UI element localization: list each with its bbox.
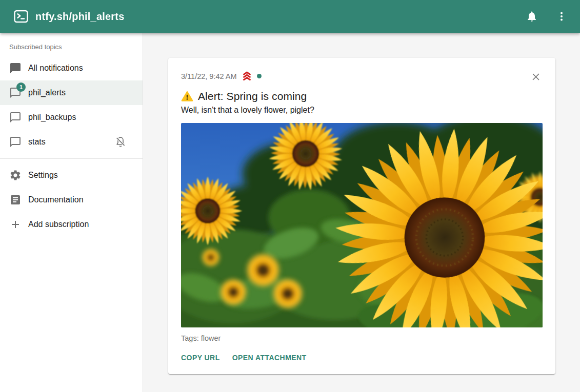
notification-tags: Tags: flower — [181, 334, 543, 342]
sidebar-item-stats[interactable]: stats — [0, 130, 143, 154]
chat-bubble-filled-icon — [9, 62, 22, 74]
sidebar-item-label: All notifications — [28, 64, 83, 73]
notification-timestamp: 3/11/22, 9:42 AM — [181, 72, 237, 80]
sidebar-item-label: phil_alerts — [28, 88, 66, 97]
sidebar-item-phil-alerts[interactable]: 1 phil_alerts — [0, 80, 143, 105]
topic-list: All notifications 1 phil_alerts phil_bac… — [0, 56, 143, 154]
sidebar-item-documentation[interactable]: Documentation — [0, 188, 143, 212]
priority-max-icon — [242, 71, 252, 81]
article-icon — [9, 194, 22, 206]
subscribed-topics-label: Subscribed topics — [0, 35, 143, 56]
kebab-menu-icon — [555, 10, 568, 23]
overflow-menu-button[interactable] — [553, 8, 570, 25]
main-content: 3/11/22, 9:42 AM — [144, 33, 580, 392]
app-root: ntfy.sh/phil_alerts Subscribed topics — [0, 0, 580, 392]
sidebar-item-label: stats — [28, 137, 46, 147]
unread-count-badge: 1 — [16, 82, 26, 92]
notification-title-text: Alert: Spring is coming — [198, 90, 307, 102]
notification-body: Well, isn't that a lovely flower, piglet… — [181, 106, 543, 115]
sidebar-item-settings[interactable]: Settings — [0, 163, 143, 188]
sidebar-item-label: phil_backups — [28, 113, 76, 122]
sidebar: Subscribed topics All notifications 1 ph… — [0, 33, 143, 392]
sidebar-menu: Settings Documentation Add subscription — [0, 163, 143, 237]
chat-bubble-outline-icon — [9, 136, 22, 148]
notification-card: 3/11/22, 9:42 AM — [168, 58, 555, 374]
notification-meta: 3/11/22, 9:42 AM — [181, 71, 262, 81]
open-attachment-button[interactable]: OPEN ATTACHMENT — [228, 349, 311, 366]
bell-icon — [526, 10, 538, 23]
notification-header: 3/11/22, 9:42 AM — [181, 68, 543, 86]
ntfy-logo-icon[interactable] — [13, 9, 29, 24]
chat-bubble-outline-icon — [9, 111, 22, 123]
sidebar-item-label: Add subscription — [28, 220, 89, 229]
appbar-actions — [524, 8, 570, 25]
sidebar-item-add-subscription[interactable]: Add subscription — [0, 212, 143, 237]
sidebar-divider — [0, 158, 143, 159]
copy-url-button[interactable]: COPY URL — [177, 349, 224, 366]
notifications-bell-button[interactable] — [524, 8, 540, 25]
app-title: ntfy.sh/phil_alerts — [35, 11, 124, 23]
sidebar-item-label: Documentation — [28, 195, 84, 204]
sidebar-item-phil-backups[interactable]: phil_backups — [0, 105, 143, 130]
gear-icon — [9, 169, 22, 181]
close-icon — [530, 71, 542, 82]
close-notification-button[interactable] — [527, 68, 545, 86]
plus-icon — [9, 218, 22, 231]
notification-actions: COPY URL OPEN ATTACHMENT — [177, 349, 543, 366]
unread-dot — [257, 74, 262, 78]
notifications-off-icon — [114, 136, 127, 148]
chat-bubble-outline-icon: 1 — [9, 87, 22, 99]
attachment-image[interactable] — [181, 123, 543, 327]
app-bar: ntfy.sh/phil_alerts — [0, 0, 580, 33]
notification-title: Alert: Spring is coming — [181, 90, 543, 102]
sidebar-item-all-notifications[interactable]: All notifications — [0, 56, 143, 80]
sidebar-item-label: Settings — [28, 171, 58, 180]
warning-emoji — [181, 90, 193, 102]
sunflower-photo — [181, 123, 543, 327]
